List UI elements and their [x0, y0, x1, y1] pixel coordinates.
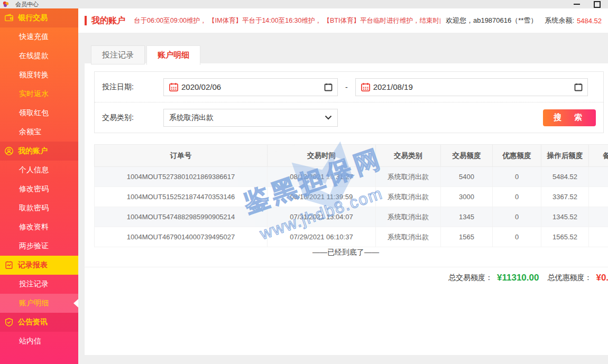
sidebar-item-withdraw-password[interactable]: 取款密码 — [0, 199, 78, 218]
total-bonus-label: 总优惠额度： — [547, 273, 592, 283]
cell-type: 系统取消出款 — [376, 227, 441, 247]
sidebar-item-red-packet[interactable]: 领取红包 — [0, 104, 78, 123]
cell-bonus: 0 — [493, 207, 541, 227]
app-logo-icon — [3, 1, 9, 7]
sidebar-item-edit-profile[interactable]: 修改资料 — [0, 218, 78, 237]
col-header-bonus: 优惠额度 — [493, 145, 541, 167]
cell-time: 08/10/2021 11:39:59 — [268, 187, 376, 207]
sidebar: 银行交易 快速充值 在线提款 额度转换 实时返水 领取红包 余额宝 我的账户 个… — [0, 8, 78, 364]
date-picker-icon[interactable] — [574, 83, 583, 91]
total-bonus-value: ¥0.00 — [596, 273, 608, 283]
sidebar-section-my-account[interactable]: 我的账户 — [0, 142, 78, 161]
main-content: 投注记录 账户明细 投注日期: 2020/02/06 — [78, 33, 608, 364]
transactions-table-wrap: 订单号 交易时间 交易类别 交易额度 优惠额度 操作后额度 备注 1004MOU… — [94, 144, 608, 247]
end-of-list-text: ——已经到底了—— — [94, 248, 597, 257]
content-panel: 投注日期: 2020/02/06 - — [85, 63, 608, 355]
minimize-icon — [574, 4, 580, 5]
cell-time: 07/29/2021 06:10:37 — [268, 227, 376, 247]
col-header-order-no: 订单号 — [95, 145, 268, 167]
cell-time: 07/31/2021 13:04:07 — [268, 207, 376, 227]
sidebar-item-label: 额度转换 — [19, 70, 49, 80]
date-from-input[interactable]: 2020/02/06 — [163, 78, 338, 96]
tab-account-details[interactable]: 账户明细 — [146, 45, 200, 65]
date-filter-row: 投注日期: 2020/02/06 - — [95, 72, 603, 102]
cell-amount: 1345 — [441, 207, 493, 227]
cell-amount: 3000 — [441, 187, 493, 207]
maintenance-notice: 台于06:00至09:00维护， 【IM体育】平台于14:00至16:30维护，… — [134, 16, 440, 25]
cell-type: 系统取消出款 — [376, 187, 441, 207]
transactions-table: 订单号 交易时间 交易类别 交易额度 优惠额度 操作后额度 备注 1004MOU… — [94, 144, 608, 247]
chevron-down-icon — [325, 115, 332, 120]
search-button[interactable]: 搜 索 — [543, 109, 596, 126]
report-icon — [4, 260, 14, 270]
sidebar-item-label: 账户明细 — [19, 298, 49, 308]
sidebar-section-announcements[interactable]: 公告资讯 — [0, 313, 78, 332]
date-to-input[interactable]: 2021/08/19 — [355, 78, 588, 96]
sidebar-item-label: 投注记录 — [19, 279, 49, 289]
sidebar-item-label: 实时返水 — [19, 89, 49, 99]
col-header-remark: 备注 — [589, 145, 608, 167]
window-title: 会员中心 — [15, 1, 39, 8]
cell-remark — [589, 227, 608, 247]
cell-bonus: 0 — [493, 187, 541, 207]
sidebar-item-online-withdraw[interactable]: 在线提款 — [0, 46, 78, 66]
total-trade-label: 总交易额度： — [448, 273, 493, 283]
sidebar-item-label: 余额宝 — [19, 127, 41, 137]
sidebar-item-label: 修改密码 — [19, 184, 49, 194]
minimize-button[interactable] — [569, 0, 585, 8]
tab-bar: 投注记录 账户明细 — [91, 45, 200, 65]
sidebar-item-bet-records[interactable]: 投注记录 — [0, 275, 78, 294]
sidebar-item-realtime-rebate[interactable]: 实时返水 — [0, 85, 78, 104]
transaction-type-select[interactable]: 系统取消出款 — [163, 109, 338, 127]
cell-bonus: 0 — [493, 227, 541, 247]
welcome-text: 欢迎您，ab19870616（**雪） — [446, 16, 537, 25]
filter-panel: 投注日期: 2020/02/06 - — [94, 71, 604, 133]
sidebar-section-records[interactable]: 记录报表 — [0, 256, 78, 275]
balance-value: 5484.52 — [577, 17, 602, 25]
sidebar-item-yuebao[interactable]: 余额宝 — [0, 123, 78, 142]
sidebar-item-personal-info[interactable]: 个人信息 — [0, 161, 78, 180]
sidebar-item-quick-deposit[interactable]: 快速充值 — [0, 27, 78, 46]
col-header-after-balance: 操作后额度 — [541, 145, 589, 167]
sidebar-item-site-mail[interactable]: 站内信 — [0, 332, 78, 351]
table-row: 1004MOUT4679014000739495027 07/29/2021 0… — [95, 227, 608, 247]
sidebar-section-bank[interactable]: 银行交易 — [0, 8, 78, 27]
person-icon — [4, 146, 14, 156]
table-row: 1004MOUT5273801021869386617 08/12/2021 1… — [95, 167, 608, 187]
date-from-value: 2020/02/06 — [181, 82, 221, 91]
sidebar-item-label: 站内信 — [19, 337, 41, 346]
col-header-time: 交易时间 — [268, 145, 376, 167]
cell-time: 08/12/2021 10:31:27 — [268, 167, 376, 187]
type-filter-row: 交易类别: 系统取消出款 搜 索 — [95, 102, 603, 133]
balance-label: 系统余额: — [545, 16, 574, 25]
sidebar-item-label: 领取红包 — [19, 108, 49, 118]
date-picker-icon[interactable] — [324, 83, 333, 91]
sidebar-item-quota-transfer[interactable]: 额度转换 — [0, 66, 78, 85]
page-header: 我的账户 台于06:00至09:00维护， 【IM体育】平台于14:00至16:… — [78, 8, 608, 33]
date-range-separator: - — [345, 83, 348, 91]
sidebar-item-label: 个人信息 — [19, 165, 49, 175]
cell-bonus: 0 — [493, 167, 541, 187]
cell-order-no: 1004MOUT5273801021869386617 — [95, 167, 268, 187]
sidebar-item-change-password[interactable]: 修改密码 — [0, 180, 78, 199]
sidebar-item-label: 在线提款 — [19, 51, 49, 61]
cell-after-balance: 1565.52 — [541, 227, 589, 247]
tab-bet-records[interactable]: 投注记录 — [91, 45, 145, 64]
col-header-amount: 交易额度 — [441, 145, 493, 167]
date-range-label: 投注日期: — [102, 82, 163, 92]
cell-after-balance: 5484.52 — [541, 167, 589, 187]
table-row: 1004MOUT5474882985990905214 07/31/2021 1… — [95, 207, 608, 227]
cell-type: 系统取消出款 — [376, 207, 441, 227]
calendar-red-icon — [169, 82, 179, 92]
page-title: 我的账户 — [91, 15, 125, 26]
sidebar-item-label: 取款密码 — [19, 203, 49, 213]
sidebar-item-two-step-verify[interactable]: 两步验证 — [0, 237, 78, 256]
maximize-button[interactable] — [589, 0, 605, 8]
wallet-icon — [4, 13, 14, 23]
transaction-type-value: 系统取消出款 — [169, 113, 325, 123]
sidebar-item-account-details[interactable]: 账户明细 — [0, 294, 78, 313]
cell-order-no: 1004MOUT4679014000739495027 — [95, 227, 268, 247]
cell-amount: 1565 — [441, 227, 493, 247]
transaction-type-label: 交易类别: — [102, 113, 163, 123]
total-trade-value: ¥11310.00 — [497, 273, 539, 283]
